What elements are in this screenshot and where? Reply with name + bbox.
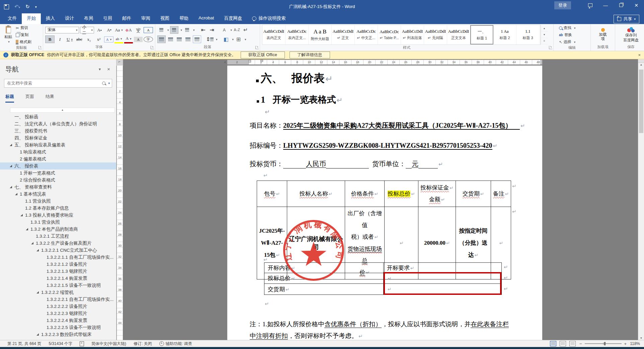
nav-heading-item[interactable]: 1.3.2.2.1.2 设备照片 [0,261,116,268]
restore-button[interactable] [613,0,629,11]
nav-tab[interactable]: 结果 [46,94,54,103]
zoom-thumb[interactable] [604,342,606,345]
style-item[interactable]: AaBbCcDc ↵ 中文正... [355,25,378,44]
signin-button[interactable]: 登录 [554,1,571,9]
font-dialog-launcher[interactable] [151,46,154,49]
change-case-button[interactable]: Aa▾ [114,26,123,33]
accessibility-status[interactable]: 辅助功能: 调查 [159,341,192,347]
superscript-button[interactable]: x² [94,36,103,43]
style-gallery-up-button[interactable]: ▴ [541,25,548,31]
search-options-chevron-icon[interactable]: ▾ [108,82,110,85]
nav-heading-item[interactable]: 1.3.2 本包产品的制造商 [0,226,116,233]
paragraph-dialog-launcher[interactable] [255,46,259,49]
ribbon-tab[interactable]: Acrobat [193,13,219,24]
save-icon[interactable] [4,4,9,9]
customize-qat-icon[interactable]: ▾ [35,5,37,9]
nav-heading-item[interactable]: 1.1 营业执照 [0,198,116,205]
nav-heading-item[interactable]: 1.3.2.1 工艺流程 [0,233,116,240]
expand-triangle-icon[interactable] [31,242,33,244]
style-item[interactable]: AaBbCcDdI 表内正文 [262,25,286,44]
ribbon-tab[interactable]: 百度网盘 [219,13,247,24]
word-count[interactable]: 5/31434 个字 [49,341,72,347]
style-item[interactable]: AaBbCcDdI ↵ 无间隔 [424,25,447,44]
page-indicator[interactable]: 第 21 页, 共 664 页 [7,341,41,347]
tell-me-search[interactable]: 操作说明搜索 [247,13,291,24]
zoom-slider[interactable]: − + [579,341,627,346]
highlight-button[interactable]: ab▾ [114,35,123,43]
nav-heading-item[interactable]: 1.3.2.2.2.5 设备不一致说明 [0,324,116,331]
style-item[interactable]: AaBbCcDdI ↵ 列表段落 [401,25,424,44]
zoom-in-icon[interactable]: + [624,341,627,346]
ribbon-tab[interactable]: 审阅 [136,13,155,24]
nav-heading-item[interactable]: 2 综合报价表格式 [0,177,116,184]
clear-formatting-button[interactable]: ◆A [124,26,133,33]
nav-tab[interactable]: 页面 [25,94,34,103]
get-genuine-office-button[interactable]: 获取正版 Office [241,51,285,59]
asian-layout-button[interactable]: A [221,26,228,33]
nav-heading-item[interactable]: 1.3.2.2.1.3 铭牌照片 [0,268,116,275]
nav-heading-item[interactable]: 一、 投标函 [0,113,116,120]
expand-triangle-icon[interactable] [15,193,17,195]
ribbon-display-options-button[interactable] [582,0,598,11]
style-item[interactable]: 1 Aa 标题 2 [493,25,516,44]
distribute-button[interactable] [193,35,201,43]
style-item[interactable]: AaBbCcDc 表内正文... [286,25,309,44]
ribbon-tab[interactable]: 开始 [22,13,41,24]
enclose-characters-button[interactable]: 字 [144,36,153,42]
redo-icon[interactable]: ↻ [25,4,30,10]
close-warning-icon[interactable]: × [638,52,641,57]
style-item[interactable]: AaBbCcDdI 正文文本 [447,25,470,44]
ribbon-tab[interactable]: 帮助 [174,13,193,24]
ribbon-tab[interactable]: 邮件 [117,13,136,24]
ribbon-tab[interactable]: 引用 [98,13,117,24]
addins-button[interactable]: 加载项 [595,28,611,41]
show-marks-button[interactable]: ↵ [242,26,249,33]
first-line-indent-marker[interactable] [260,60,263,62]
nav-heading-item[interactable]: 1.3.2.2.2.2 设备照片 [0,303,116,310]
clipboard-dialog-launcher[interactable] [38,46,42,49]
shading-button[interactable]: ◧ [222,36,230,43]
undo-icon[interactable]: ↶▾ [14,4,20,10]
nav-heading-item[interactable]: 1 开标一览表格式 [0,169,116,177]
nav-heading-item[interactable]: 1.2 基本存款账户信息 [0,205,116,212]
style-item[interactable]: AaBbCcDdI ↵ 正文 [332,25,355,44]
increase-indent-button[interactable]: ⇥ [208,26,216,33]
style-item[interactable]: AaBbCcDc ↵ Table P... [378,25,401,44]
web-layout-button[interactable] [569,341,576,346]
scroll-up-icon[interactable]: ▲ [638,63,644,66]
scroll-down-icon[interactable]: ▼ [638,337,644,340]
scrollbar-thumb[interactable] [639,70,643,133]
nav-options-chevron-icon[interactable]: ▾ [99,67,101,72]
expand-triangle-icon[interactable] [10,144,12,146]
borders-button[interactable]: ⊞ [235,36,242,43]
line-spacing-button[interactable]: ⇕ [206,36,214,43]
nav-heading-item[interactable]: 2 偏差表格式 [0,155,116,162]
nav-tab[interactable]: 标题 [5,94,14,103]
zoom-out-icon[interactable]: − [579,341,582,346]
character-border-button[interactable]: A [144,27,153,33]
save-to-baidu-button[interactable]: 保存到百度网盘 [621,27,641,43]
multilevel-list-button[interactable] [183,26,191,33]
ribbon-tab[interactable]: 布局 [79,13,98,24]
horizontal-ruler[interactable]: 42 2468101214161820222426283032343638404… [227,59,542,66]
nav-heading-item[interactable]: 1 基本情况表 [0,191,116,198]
format-painter-button[interactable]: 格式刷 [14,39,33,45]
nav-heading-item[interactable]: 二、 法定代表人（单位负责人）身份证明 [0,120,116,127]
indent-marker[interactable] [248,60,251,63]
bold-button[interactable]: B [45,35,55,43]
nav-heading-item[interactable]: 1.3.2.2.1.4 购置发票 [0,275,116,282]
expand-triangle-icon[interactable] [10,165,12,167]
ribbon-tab[interactable]: 设计 [60,13,79,24]
print-layout-button[interactable] [560,341,566,346]
grow-font-button[interactable]: A▴ [95,26,104,33]
strikethrough-button[interactable]: abc [75,36,84,43]
find-button[interactable]: 查找▾ [558,25,577,31]
nav-heading-item[interactable]: 1.3.2.2 生产设备台账及图片 [0,240,116,247]
font-color-button[interactable]: A▾ [124,35,133,43]
expand-triangle-icon[interactable] [36,333,39,336]
expand-triangle-icon[interactable] [20,214,23,216]
vertical-ruler[interactable]: 2468101214161820222426283032343638404244 [117,66,123,340]
select-button[interactable]: ↖选择▾ [558,39,577,45]
cut-button[interactable]: ✂剪切 [14,25,33,31]
nav-scroll-up-bar[interactable]: ▴ [10,108,115,113]
